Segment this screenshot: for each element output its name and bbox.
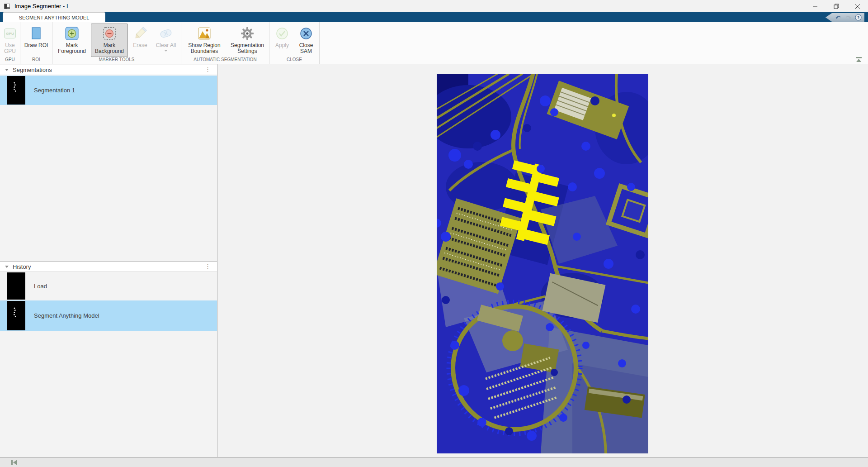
svg-text:?: ? bbox=[857, 15, 859, 20]
title-bar: Image Segmenter - I bbox=[0, 0, 868, 12]
history-item-load[interactable]: Load bbox=[0, 272, 217, 300]
history-menu-icon[interactable]: ⋮ bbox=[205, 263, 211, 270]
clear-all-button[interactable]: Clear All bbox=[152, 24, 179, 57]
close-sam-button[interactable]: Close SAM bbox=[294, 24, 318, 57]
collapse-arrow-icon[interactable] bbox=[5, 69, 9, 71]
segmentations-menu-icon[interactable]: ⋮ bbox=[205, 66, 211, 73]
mark-foreground-button[interactable]: Mark Foreground bbox=[54, 24, 90, 57]
window-controls bbox=[804, 0, 868, 12]
close-button[interactable] bbox=[847, 0, 868, 12]
ribbon-group-roi: Draw ROI ROI bbox=[20, 22, 52, 64]
tab-segment-anything-model[interactable]: SEGMENT ANYTHING MODEL bbox=[3, 12, 105, 22]
use-gpu-button[interactable]: GPU Use GPU bbox=[1, 24, 19, 57]
apply-check-icon bbox=[276, 25, 288, 42]
history-item-sam[interactable]: Segment Anything Model bbox=[0, 300, 217, 331]
ribbon-group-marker-tools: Mark Foreground Mark Background Erase bbox=[52, 22, 181, 64]
undo-icon[interactable] bbox=[835, 14, 842, 21]
toolstrip-tab-band: SEGMENT ANYTHING MODEL ? bbox=[0, 12, 868, 22]
segmentations-panel-header[interactable]: Segmentations ⋮ bbox=[0, 65, 217, 75]
history-item-label: Load bbox=[34, 283, 47, 290]
clear-all-dropdown-caret bbox=[164, 50, 168, 52]
ribbon-group-gpu: GPU Use GPU GPU bbox=[0, 22, 20, 64]
segmentation-item-label: Segmentation 1 bbox=[34, 87, 75, 94]
history-panel-header[interactable]: History ⋮ bbox=[0, 262, 217, 272]
collapse-arrow-icon[interactable] bbox=[5, 266, 9, 268]
panel-divider[interactable] bbox=[217, 64, 217, 467]
redo-icon[interactable] bbox=[844, 14, 852, 21]
ribbon-group-close: Apply Close SAM CLOSE bbox=[269, 22, 320, 64]
tab-label: SEGMENT ANYTHING MODEL bbox=[19, 15, 90, 20]
close-sam-icon bbox=[300, 25, 312, 42]
ribbon-toolbar: GPU Use GPU GPU Draw ROI ROI bbox=[0, 22, 868, 64]
clear-all-icon bbox=[159, 25, 173, 42]
history-thumbnail bbox=[7, 301, 25, 330]
show-region-boundaries-icon bbox=[198, 25, 211, 42]
erase-pencil-icon bbox=[133, 25, 147, 42]
gpu-icon: GPU bbox=[4, 25, 16, 42]
restore-button[interactable] bbox=[826, 0, 847, 12]
window-title: Image Segmenter - I bbox=[14, 3, 68, 10]
history-item-label: Segment Anything Model bbox=[34, 312, 99, 319]
segmentation-list-item[interactable]: Segmentation 1 bbox=[0, 76, 217, 105]
history-panel-title: History bbox=[13, 263, 31, 270]
help-icon[interactable]: ? bbox=[854, 14, 862, 21]
app-icon bbox=[4, 3, 11, 10]
satellite-image[interactable] bbox=[437, 74, 648, 453]
apply-button[interactable]: Apply bbox=[271, 24, 293, 57]
minimize-button[interactable] bbox=[804, 0, 826, 12]
erase-button[interactable]: Erase bbox=[129, 24, 151, 57]
quick-access-toolbar: ? bbox=[826, 13, 864, 22]
segmentation-thumbnail bbox=[7, 76, 25, 105]
history-thumbnail bbox=[7, 272, 25, 300]
segmentation-settings-button[interactable]: Segmentation Settings bbox=[227, 24, 268, 57]
show-region-boundaries-button[interactable]: Show Region Boundaries bbox=[183, 24, 226, 57]
roi-rectangle-icon bbox=[31, 25, 42, 42]
image-segmenter-window: Image Segmenter - I SEGMENT ANYTHING MOD… bbox=[0, 0, 868, 467]
segmentations-panel-title: Segmentations bbox=[13, 67, 52, 73]
left-panel bbox=[0, 64, 217, 457]
collapse-toolstrip-icon[interactable] bbox=[855, 57, 863, 63]
collapse-panel-icon[interactable] bbox=[10, 459, 19, 467]
draw-roi-button[interactable]: Draw ROI bbox=[22, 24, 51, 57]
mark-background-button[interactable]: Mark Background bbox=[91, 24, 128, 57]
ribbon-group-automatic-segmentation: Show Region Boundaries bbox=[181, 22, 269, 64]
mark-background-icon bbox=[103, 25, 116, 42]
mark-foreground-icon bbox=[65, 25, 79, 42]
settings-gear-icon bbox=[241, 25, 254, 42]
status-bar bbox=[0, 457, 868, 467]
